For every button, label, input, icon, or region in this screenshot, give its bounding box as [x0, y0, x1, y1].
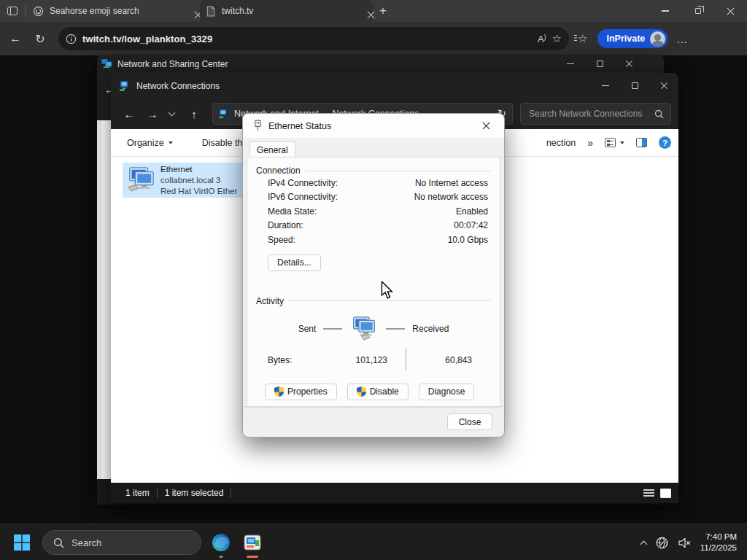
bytes-divider: [406, 349, 406, 370]
details-view-icon[interactable]: [643, 489, 654, 498]
nc-title-bar[interactable]: Network Connections: [111, 73, 678, 98]
no-internet-globe-icon[interactable]: [655, 536, 669, 550]
taskbar-edge-button[interactable]: [210, 531, 232, 554]
system-tray: 7:40 PM 11/2/2025: [641, 524, 747, 560]
bytes-received-value: 60,843: [445, 355, 472, 365]
organize-menu[interactable]: Organize: [127, 138, 173, 148]
help-icon[interactable]: ?: [659, 136, 671, 149]
nav-back-button[interactable]: ←: [118, 108, 140, 120]
nsc-title-bar[interactable]: Network and Sharing Center: [97, 55, 664, 73]
favorite-star-icon[interactable]: ☆: [552, 32, 562, 45]
inprivate-badge[interactable]: InPrivate: [597, 29, 667, 48]
search-input[interactable]: [527, 108, 650, 120]
nsc-window-title: Network and Sharing Center: [117, 59, 228, 69]
browser-close-button[interactable]: [714, 0, 747, 22]
nsc-maximize-button[interactable]: [585, 55, 614, 73]
nc-minimize-button[interactable]: [591, 73, 620, 98]
row-label: IPv6 Connectivity:: [268, 192, 338, 202]
diagnose-button[interactable]: Diagnose: [419, 384, 475, 400]
details-button[interactable]: Details...: [268, 254, 321, 271]
taskbar: Search: [0, 524, 747, 560]
dialog-close-button[interactable]: [475, 114, 497, 138]
browser-tab-bar: Seahorse emoji search twitch.tv +: [0, 0, 747, 22]
browser-refresh-button[interactable]: ↻: [28, 32, 53, 46]
tray-expand-icon[interactable]: [640, 540, 647, 548]
connection-network: collabnet.local 3: [160, 175, 237, 186]
nav-up-button[interactable]: ↑: [183, 108, 205, 120]
toolbar-overflow-icon[interactable]: »: [587, 137, 593, 149]
nc-window-title: Network Connections: [136, 81, 220, 91]
favorites-bar-icon[interactable]: ☆: [578, 32, 587, 45]
running-indicator: [220, 556, 223, 558]
workspace-icon: [7, 7, 18, 15]
speaker-muted-icon[interactable]: [678, 537, 692, 549]
search-box[interactable]: [520, 103, 671, 125]
selected-count: 1 item selected: [165, 488, 224, 498]
nsc-minimize-button[interactable]: [556, 55, 585, 73]
profile-avatar: [650, 31, 665, 47]
network-sharing-center-icon: [101, 59, 112, 69]
sent-label: Sent: [298, 324, 317, 334]
uac-shield-icon: [274, 386, 284, 397]
row-label: Speed:: [268, 235, 295, 245]
nsc-close-button[interactable]: [614, 55, 643, 73]
tab-general[interactable]: General: [249, 141, 295, 158]
dialog-footer: Close: [243, 406, 504, 437]
row-value: No network access: [414, 192, 488, 202]
clock-date: 11/2/2025: [700, 542, 737, 553]
ethernet-status-dialog: Ethernet Status General Connection IPv4 …: [242, 113, 505, 438]
properties-button[interactable]: Properties: [265, 384, 337, 400]
twitch-tab-favicon: [206, 6, 216, 17]
browser-back-button[interactable]: ←: [3, 32, 28, 45]
address-bar[interactable]: twitch.tv/low_plankton_3329 A) ☆: [58, 27, 569, 50]
site-info-icon[interactable]: [66, 34, 77, 44]
ethernet-adapter-icon: [125, 166, 156, 194]
network-connections-taskbar-icon: [244, 534, 261, 551]
sent-link-line: [323, 328, 342, 330]
item-count: 1 item: [125, 488, 150, 498]
received-label: Received: [412, 324, 449, 334]
rename-connection-label[interactable]: nection: [546, 138, 576, 148]
dialog-title-bar[interactable]: Ethernet Status: [243, 114, 504, 138]
active-indicator: [247, 556, 258, 558]
row-label: Duration:: [268, 220, 303, 230]
read-aloud-icon[interactable]: A): [538, 34, 546, 44]
browser-minimize-button[interactable]: [649, 0, 681, 22]
new-tab-button[interactable]: +: [373, 4, 393, 18]
browser-tab-twitch[interactable]: twitch.tv: [200, 0, 373, 22]
nc-close-button[interactable]: [649, 73, 678, 98]
edge-logo-icon: [212, 533, 231, 552]
connection-name: Ethernet: [160, 164, 237, 175]
search-icon: [53, 537, 64, 548]
nc-maximize-button[interactable]: [620, 73, 649, 98]
dialog-tab-strip: General: [243, 138, 504, 157]
close-button[interactable]: Close: [447, 413, 492, 430]
general-tab-page: Connection IPv4 Connectivity:No Internet…: [247, 157, 500, 408]
url-text[interactable]: twitch.tv/low_plankton_3329: [82, 34, 532, 44]
taskbar-network-connections-button[interactable]: [241, 531, 263, 554]
tab-actions-button[interactable]: [0, 7, 25, 15]
ethernet-connection-item[interactable]: Ethernet collabnet.local 3 Red Hat VirtI…: [123, 163, 248, 198]
connection-group-label: Connection: [256, 166, 301, 176]
activity-computer-icon: [349, 316, 379, 341]
browser-toolbar: ← ↻ twitch.tv/low_plankton_3329 A) ☆ ☆ I…: [0, 22, 747, 55]
start-button[interactable]: [12, 532, 32, 553]
browser-menu-button[interactable]: …: [676, 33, 688, 45]
preview-pane-icon[interactable]: [636, 138, 647, 147]
clock-time: 7:40 PM: [700, 532, 737, 542]
browser-tab-seahorse[interactable]: Seahorse emoji search: [27, 0, 200, 22]
connection-adapter: Red Hat VirtIO Ether: [160, 186, 237, 197]
bytes-label: Bytes:: [268, 355, 292, 365]
row-label: IPv4 Connectivity:: [268, 178, 338, 188]
browser-restore-button[interactable]: [681, 0, 714, 22]
recent-locations-icon[interactable]: [169, 109, 176, 117]
change-view-button[interactable]: [605, 138, 624, 147]
row-value: No Internet access: [415, 178, 488, 188]
taskbar-search-box[interactable]: Search: [42, 530, 201, 555]
network-connections-icon: [120, 81, 131, 91]
large-icons-view-icon[interactable]: [660, 489, 671, 498]
nav-forward-button[interactable]: →: [142, 108, 163, 120]
disable-button[interactable]: Disable: [347, 384, 409, 400]
taskbar-clock[interactable]: 7:40 PM 11/2/2025: [700, 532, 737, 553]
search-icon[interactable]: [654, 109, 664, 119]
